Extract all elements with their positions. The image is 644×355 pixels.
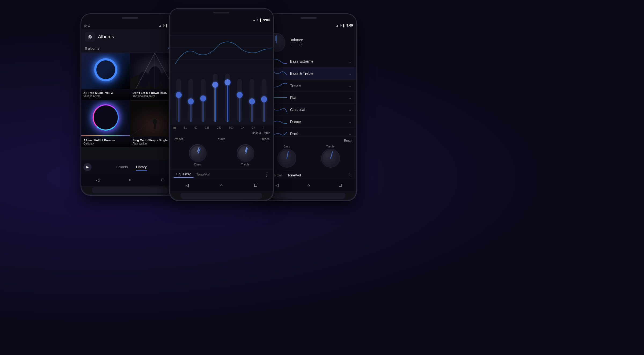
- preset-name-classical: Classical: [290, 108, 345, 112]
- eq-slider-2khz[interactable]: [250, 79, 254, 122]
- album-info-coldplay: A Head Full of Dreams Coldplay: [81, 137, 130, 147]
- albums-bottom-bar: ▶ Folders Library ⋮: [81, 160, 179, 174]
- preset-item-flat[interactable]: Flat ⌄: [261, 92, 356, 104]
- home-button[interactable]: ○: [218, 182, 225, 189]
- phone3-home-btn[interactable]: [272, 193, 345, 199]
- preset-item-classical[interactable]: Classical ⌄: [261, 104, 356, 116]
- phone3-presets: ▲ ✈ ▌ 9:00 Balance L R: [260, 13, 357, 201]
- freq-4k: 4: [263, 126, 264, 129]
- eq-preset-indicator-text: Bass & Treble: [252, 131, 270, 135]
- eq-more-options[interactable]: ⋮: [264, 172, 269, 178]
- library-tab[interactable]: Library: [136, 164, 147, 171]
- tone-vol-tab[interactable]: Tone/Vol: [285, 172, 303, 178]
- freq-125: 125: [205, 126, 210, 129]
- balance-left-label: L: [290, 43, 291, 47]
- airplane-icon: ✈: [163, 24, 165, 27]
- eq-slider-250hz[interactable]: [213, 74, 218, 122]
- back-button[interactable]: ◁: [273, 182, 281, 189]
- presets-treble-knob[interactable]: [321, 149, 340, 168]
- save-label[interactable]: Save: [218, 137, 225, 141]
- presets-reset-label[interactable]: Reset: [344, 139, 352, 143]
- preset-name-dance: Dance: [290, 120, 345, 124]
- preset-item-dance[interactable]: Dance ⌄: [261, 116, 356, 128]
- eq-slider-500hz[interactable]: [225, 74, 230, 122]
- presets-knobs-row: Bass Treble: [265, 143, 352, 169]
- freq-500: 500: [229, 126, 234, 129]
- eq-ext-label: ◀▶: [173, 126, 177, 129]
- music-note-icon: ◎: [88, 34, 92, 40]
- reset-label[interactable]: Reset: [261, 137, 269, 141]
- recents-button[interactable]: □: [336, 182, 344, 189]
- phone1-screen: ◎ Albums ▲ 8 albums Filter All Trap Musi…: [81, 29, 179, 160]
- back-button[interactable]: ◁: [183, 182, 191, 189]
- home-button[interactable]: ○: [126, 176, 134, 184]
- svg-rect-14: [154, 124, 156, 129]
- battery-icon: ▌: [260, 19, 262, 22]
- treble-knob[interactable]: [237, 144, 254, 162]
- eq-bands-area: [170, 24, 273, 125]
- phone2-speaker: [213, 12, 229, 13]
- phone3-time: 9:00: [346, 24, 353, 27]
- preset-label[interactable]: Preset: [174, 137, 183, 141]
- phone2-equalizer: ▲ ✈ ▌ 9:00: [169, 8, 274, 201]
- chevron-down-icon: ⌄: [349, 59, 352, 64]
- home-button[interactable]: ○: [305, 182, 312, 189]
- freq-31: 31: [184, 126, 187, 129]
- album-card-trap[interactable]: All Trap Music, Vol. 3 Various Artists: [81, 53, 130, 100]
- balance-section: Balance L R: [261, 29, 356, 56]
- presets-more-options[interactable]: ⋮: [347, 172, 352, 178]
- play-indicator-icon: ▷: [85, 24, 87, 27]
- back-button[interactable]: ◁: [94, 176, 101, 184]
- phone1-status-bar: ▷ ⊙ ▲ ✈ ▌ 9:00: [81, 22, 179, 29]
- phone2-time: 9:00: [263, 18, 270, 22]
- eq-preset-indicator: Bass & Treble: [170, 131, 273, 135]
- album-art-trap: [81, 53, 130, 89]
- preset-item-treble[interactable]: Treble ⌄: [261, 80, 356, 92]
- albums-grid: All Trap Music, Vol. 3 Various Artists: [81, 53, 179, 147]
- preset-name-flat: Flat: [290, 95, 345, 100]
- eq-slider-62hz[interactable]: [188, 79, 193, 122]
- equalizer-tab[interactable]: Equalizer: [174, 171, 193, 178]
- presets-treble-group: Treble: [321, 145, 340, 168]
- phone1-nav-bar: ◁ ○ □: [81, 174, 179, 186]
- phone1-home-btn[interactable]: [92, 187, 168, 193]
- phone2-home-btn[interactable]: [181, 193, 262, 199]
- eq-knobs-row: Bass Treble: [174, 143, 269, 167]
- eq-freq-labels: 31 62 125 250 500 1K 2K 4: [178, 125, 270, 130]
- phone3-nav-bar: ◁ ○ □: [261, 179, 356, 191]
- treble-knob-label: Treble: [241, 163, 250, 166]
- folders-tab[interactable]: Folders: [116, 164, 128, 171]
- phone2-screen: ◀▶ 31 62 125 250 500 1K 2K 4 Bass & Treb…: [170, 24, 273, 179]
- preset-item-rock[interactable]: Rock ⌄: [261, 128, 356, 136]
- app-icon: ◎: [85, 32, 95, 42]
- tone-vol-tab[interactable]: Tone/Vol: [193, 171, 212, 178]
- freq-1k: 1K: [241, 126, 244, 129]
- album-artist: Various Artists: [83, 95, 128, 98]
- eq-slider-31hz[interactable]: [176, 79, 181, 122]
- phone2-status-bar: ▲ ✈ ▌ 9:00: [170, 16, 273, 24]
- bass-knob[interactable]: [189, 144, 206, 162]
- balance-title: Balance: [290, 38, 303, 42]
- presets-bass-group: Bass: [277, 145, 296, 168]
- preset-item-bass-extreme[interactable]: Bass Extreme ⌄: [261, 56, 356, 68]
- album-card-coldplay[interactable]: A Head Full of Dreams Coldplay: [81, 100, 130, 147]
- preset-name-treble: Treble: [290, 83, 345, 88]
- chevron-down-icon: ⌄: [349, 120, 352, 124]
- eq-slider-1khz[interactable]: [237, 79, 242, 122]
- record-icon: ⊙: [88, 24, 90, 27]
- preset-name-bass-treble: Bass & Treble: [290, 71, 345, 76]
- balance-labels: Balance L R: [290, 38, 303, 47]
- airplane-icon: ✈: [257, 19, 259, 22]
- phone3-notch: [261, 14, 356, 22]
- recents-button[interactable]: □: [159, 176, 166, 184]
- chevron-down-icon: ⌄: [349, 132, 352, 136]
- preset-item-bass-treble[interactable]: Bass & Treble ⌄: [261, 68, 356, 80]
- bottom-tabs: Folders Library: [92, 164, 171, 171]
- eq-slider-4khz[interactable]: [262, 79, 266, 122]
- recents-button[interactable]: □: [252, 182, 259, 189]
- freq-62: 62: [194, 126, 197, 129]
- presets-bass-knob[interactable]: [277, 149, 296, 168]
- play-mini-button[interactable]: ▶: [83, 163, 92, 171]
- preset-name-bass-extreme: Bass Extreme: [290, 59, 345, 64]
- eq-slider-125hz[interactable]: [201, 79, 206, 122]
